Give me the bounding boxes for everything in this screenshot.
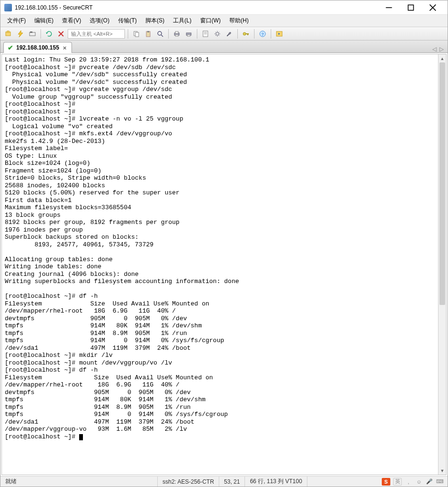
menu-view[interactable]: 查看(V)	[58, 15, 85, 26]
gear-icon	[214, 30, 221, 38]
svg-rect-20	[175, 35, 178, 36]
terminal-cursor	[79, 434, 83, 440]
tab-icon	[29, 30, 36, 38]
menu-edit[interactable]: 编辑(E)	[31, 15, 57, 26]
maximize-button[interactable]	[400, 0, 422, 15]
ime-icon[interactable]: S	[382, 478, 390, 486]
scroll-thumb[interactable]	[439, 62, 445, 305]
close-button[interactable]	[422, 0, 444, 15]
find-icon	[156, 30, 164, 38]
scroll-down-button[interactable]: ▼	[438, 467, 446, 475]
svg-rect-13	[135, 32, 139, 37]
quick-connect-button[interactable]	[15, 29, 26, 39]
find-button[interactable]	[155, 29, 165, 39]
copy-button[interactable]	[131, 29, 142, 39]
refresh-icon	[45, 30, 53, 38]
system-tray: S 英 , ☺ 🎤 ⌨	[378, 478, 448, 486]
menu-transfer[interactable]: 传输(T)	[114, 15, 141, 26]
separator	[271, 29, 271, 39]
status-bar: 就绪 ssh2: AES-256-CTR 53, 21 66 行, 113 列 …	[0, 476, 448, 487]
properties-icon	[202, 30, 209, 38]
print-screen-button[interactable]	[183, 29, 194, 39]
print-button[interactable]	[172, 29, 182, 39]
menu-script[interactable]: 脚本(S)	[142, 15, 168, 26]
window-titlebar: 192.168.100.155 - SecureCRT	[0, 0, 448, 15]
help-icon: ?	[259, 30, 266, 38]
svg-line-17	[161, 35, 163, 37]
status-protocol: ssh2: AES-256-CTR	[158, 477, 219, 487]
menu-window[interactable]: 窗口(W)	[196, 15, 224, 26]
fx-icon	[275, 30, 283, 38]
window-title: 192.168.100.155 - SecureCRT	[15, 4, 378, 11]
scroll-up-button[interactable]: ▲	[438, 54, 446, 62]
scrollbar[interactable]: ▲ ▼	[438, 54, 446, 475]
ime-punct-icon[interactable]: ,	[405, 478, 412, 486]
tab-nav-left[interactable]: ◁	[432, 46, 437, 52]
menu-options[interactable]: 选项(O)	[86, 15, 113, 26]
wrench-icon	[225, 30, 233, 38]
key-button[interactable]	[241, 29, 251, 39]
minimize-button[interactable]	[378, 0, 400, 15]
ime-mic-icon[interactable]: 🎤	[426, 478, 433, 486]
separator	[168, 29, 169, 39]
separator	[41, 29, 41, 39]
connect-bar-button[interactable]	[27, 29, 38, 39]
paste-button[interactable]	[143, 29, 153, 39]
disconnect-icon	[57, 30, 65, 38]
disconnect-button[interactable]	[56, 29, 66, 39]
copy-icon	[132, 30, 140, 38]
close-icon	[429, 4, 437, 11]
app-icon	[4, 4, 12, 11]
svg-rect-5	[7, 31, 9, 32]
host-input[interactable]	[68, 29, 125, 39]
tab-bar: ✔ 192.168.100.155 × ◁ ▷	[0, 41, 448, 53]
ime-emoji-icon[interactable]: ☺	[415, 478, 423, 486]
print-screen-icon	[185, 30, 193, 38]
status-ready: 就绪	[0, 477, 158, 487]
separator	[254, 29, 255, 39]
menu-help[interactable]: 帮助(H)	[225, 15, 253, 26]
separator	[128, 29, 128, 39]
svg-rect-1	[408, 5, 413, 10]
svg-point-26	[216, 32, 219, 35]
lightning-icon	[17, 30, 24, 38]
key-icon	[242, 30, 250, 38]
minimize-icon	[385, 4, 393, 11]
svg-rect-15	[147, 31, 149, 32]
svg-point-16	[158, 31, 162, 35]
svg-rect-22	[187, 35, 190, 36]
options-button[interactable]	[212, 29, 223, 39]
properties-button[interactable]	[200, 29, 211, 39]
menu-bar: 文件(F) 编辑(E) 查看(V) 选项(O) 传输(T) 脚本(S) 工具(L…	[0, 15, 448, 27]
tab-nav-right[interactable]: ▷	[439, 46, 444, 52]
connect-button[interactable]	[3, 29, 14, 39]
session-tab[interactable]: ✔ 192.168.100.155 ×	[3, 42, 72, 53]
svg-rect-19	[175, 31, 178, 33]
connect-icon	[5, 30, 12, 38]
check-icon: ✔	[8, 44, 13, 51]
status-size: 66 行, 113 列 VT100	[245, 477, 307, 487]
securefx-button[interactable]	[274, 29, 285, 39]
tab-label: 192.168.100.155	[16, 44, 59, 51]
ime-lang[interactable]: 英	[393, 478, 402, 486]
svg-rect-8	[30, 31, 32, 33]
terminal-container: Last login: Thu Sep 20 13:59:27 2018 fro…	[1, 54, 447, 475]
reconnect-button[interactable]	[44, 29, 54, 39]
menu-tools[interactable]: 工具(L)	[169, 15, 195, 26]
menu-file[interactable]: 文件(F)	[3, 15, 30, 26]
svg-point-27	[243, 32, 246, 35]
separator	[237, 29, 238, 39]
svg-text:?: ?	[261, 32, 264, 37]
status-cursor: 53, 21	[219, 477, 245, 487]
scroll-track[interactable]	[438, 62, 446, 467]
ime-keyboard-icon[interactable]: ⌨	[436, 478, 444, 486]
help-button[interactable]: ?	[257, 29, 268, 39]
maximize-icon	[407, 4, 415, 11]
separator	[197, 29, 197, 39]
svg-marker-6	[18, 30, 23, 37]
tab-close-button[interactable]: ×	[62, 44, 68, 51]
toolbar: ?	[0, 27, 448, 41]
session-options-button[interactable]	[224, 29, 234, 39]
tab-nav: ◁ ▷	[432, 46, 444, 52]
terminal[interactable]: Last login: Thu Sep 20 13:59:27 2018 fro…	[2, 54, 438, 475]
